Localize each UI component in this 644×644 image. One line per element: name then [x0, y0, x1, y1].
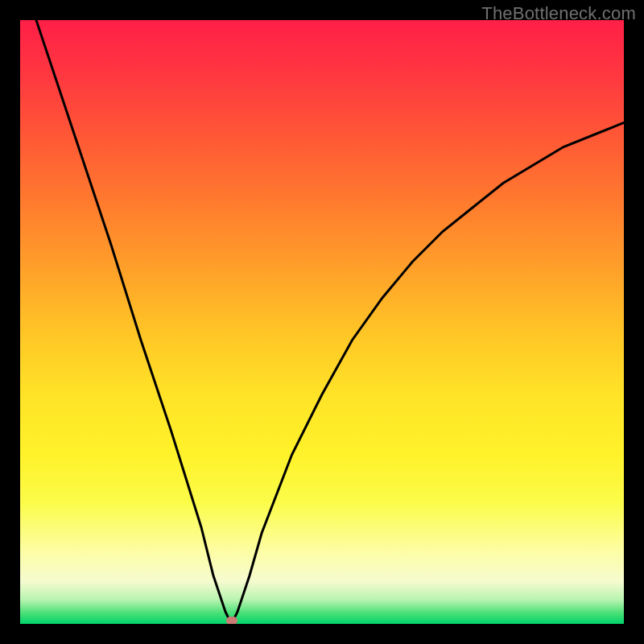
- chart-frame: TheBottleneck.com: [0, 0, 644, 644]
- curve-svg: [20, 20, 624, 624]
- watermark-text: TheBottleneck.com: [481, 3, 636, 24]
- plot-area: [20, 20, 624, 624]
- minimum-marker: [226, 617, 237, 624]
- bottleneck-curve-path: [20, 20, 624, 624]
